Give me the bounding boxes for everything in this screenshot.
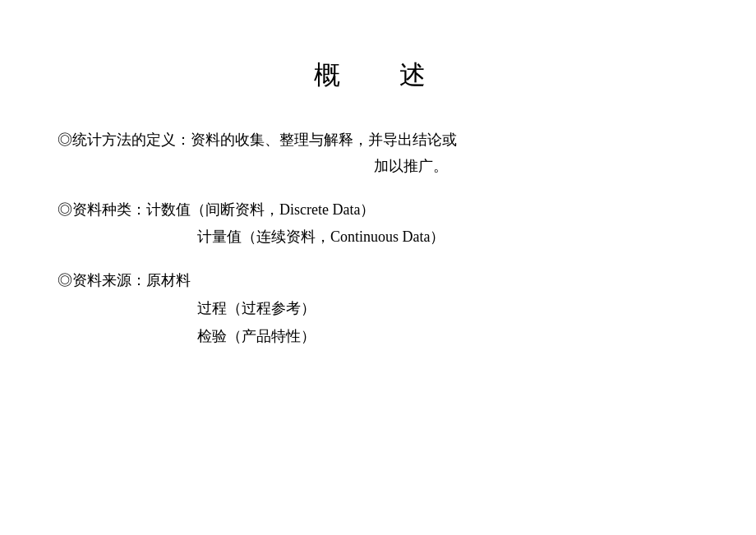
title-section: 概 述 (58, 58, 698, 94)
content-section: ◎统计方法的定义：资料的收集、整理与解释，并导出结论或 加以推广。 ◎资料种类：… (58, 127, 698, 350)
data-source-sub1: 过程（过程参考） (197, 294, 698, 322)
definition-line1: ◎统计方法的定义：资料的收集、整理与解释，并导出结论或 (58, 127, 698, 153)
definition-line2: 加以推广。 (58, 153, 698, 179)
data-source-sub2: 检验（产品特性） (197, 322, 698, 350)
data-types-block: ◎资料种类：计数值（间断资料，Discrete Data） 计量值（连续资料，C… (58, 196, 698, 251)
page-container: 概 述 ◎统计方法的定义：资料的收集、整理与解释，并导出结论或 加以推广。 ◎资… (0, 0, 756, 535)
data-source-block: ◎资料来源：原材料 过程（过程参考） 检验（产品特性） (58, 267, 698, 350)
definition-block: ◎统计方法的定义：资料的收集、整理与解释，并导出结论或 加以推广。 (58, 127, 698, 180)
data-source-line1: ◎资料来源：原材料 (58, 267, 698, 293)
page-title: 概 述 (58, 58, 698, 94)
data-types-line1: ◎资料种类：计数值（间断资料，Discrete Data） (58, 196, 698, 223)
data-types-line2: 计量值（连续资料，Continuous Data） (197, 223, 698, 251)
